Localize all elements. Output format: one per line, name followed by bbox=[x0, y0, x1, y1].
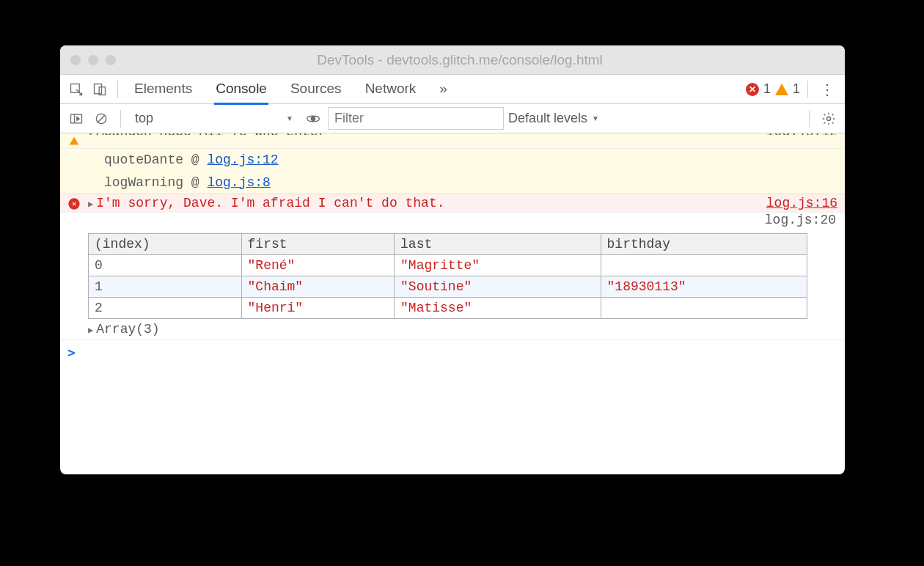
gear-icon[interactable] bbox=[818, 109, 839, 129]
tab-elements[interactable]: Elements bbox=[133, 75, 194, 104]
console-warning-entry[interactable]: ▼Abandon Hope All Ye Who Enter log.js:12 bbox=[60, 133, 845, 149]
tab-overflow[interactable]: » bbox=[438, 75, 449, 104]
separator bbox=[117, 81, 118, 98]
stack-frame: logWarning @ log.js:8 bbox=[60, 172, 845, 194]
table-header-index[interactable]: (index) bbox=[89, 234, 242, 255]
console-subbar: top Default levels bbox=[60, 104, 845, 133]
table-cell-birthday: "18930113" bbox=[601, 276, 807, 298]
table-cell-last: "Soutine" bbox=[395, 276, 601, 298]
context-selector-value: top bbox=[135, 111, 153, 126]
console-output: ▼Abandon Hope All Ye Who Enter log.js:12… bbox=[60, 133, 845, 474]
error-source-link[interactable]: log.js:16 bbox=[759, 196, 837, 210]
array-summary[interactable]: ▶Array(3) bbox=[88, 322, 837, 337]
table-source-link[interactable]: log.js:20 bbox=[60, 213, 845, 227]
console-table-entry: (index) first last birthday 0 "René" "Ma… bbox=[60, 227, 845, 340]
warning-source-link[interactable]: log.js:12 bbox=[759, 133, 837, 135]
separator bbox=[807, 81, 808, 98]
console-error-entry[interactable]: ✕ ▶I'm sorry, Dave. I'm afraid I can't d… bbox=[60, 194, 845, 213]
table-cell-index: 2 bbox=[89, 298, 242, 319]
table-cell-last: "Matisse" bbox=[395, 298, 601, 319]
expand-icon[interactable]: ▶ bbox=[88, 199, 93, 210]
panel-tabs: Elements Console Sources Network » bbox=[133, 75, 449, 104]
titlebar: DevTools - devtools.glitch.me/console/lo… bbox=[60, 45, 845, 75]
stack-fn: logWarning bbox=[104, 175, 183, 190]
sidebar-toggle-icon[interactable] bbox=[66, 109, 87, 129]
table-cell-first: "Henri" bbox=[241, 298, 395, 319]
separator bbox=[809, 110, 810, 128]
table-cell-first: "René" bbox=[241, 255, 395, 276]
stack-frame: quoteDante @ log.js:12 bbox=[60, 149, 845, 172]
table-cell-index: 0 bbox=[89, 255, 242, 276]
svg-line-6 bbox=[98, 115, 105, 122]
svg-point-7 bbox=[311, 116, 316, 121]
error-count: 1 bbox=[763, 81, 771, 97]
error-icon: ✕ bbox=[68, 199, 79, 210]
clear-console-icon[interactable] bbox=[91, 109, 111, 129]
devtools-window: DevTools - devtools.glitch.me/console/lo… bbox=[60, 45, 845, 474]
table-cell-index: 1 bbox=[89, 276, 242, 298]
device-toggle-icon[interactable] bbox=[89, 79, 110, 100]
table-header-last[interactable]: last bbox=[395, 234, 601, 255]
table-row[interactable]: 2 "Henri" "Matisse" bbox=[89, 298, 807, 319]
separator bbox=[120, 110, 121, 128]
tab-console[interactable]: Console bbox=[214, 75, 268, 105]
warning-icon bbox=[70, 136, 79, 144]
table-cell-birthday bbox=[601, 298, 807, 319]
table-header-birthday[interactable]: birthday bbox=[601, 234, 807, 255]
expand-icon[interactable]: ▶ bbox=[88, 325, 93, 336]
inspect-icon[interactable] bbox=[66, 79, 87, 100]
table-header-first[interactable]: first bbox=[241, 234, 395, 255]
warning-badge-icon bbox=[775, 84, 788, 95]
main-toolbar: Elements Console Sources Network » ✕ 1 1… bbox=[60, 75, 845, 104]
filter-input[interactable] bbox=[328, 107, 504, 130]
warning-count: 1 bbox=[793, 81, 800, 97]
tab-sources[interactable]: Sources bbox=[289, 75, 343, 104]
warning-stack: quoteDante @ log.js:12 logWarning @ log.… bbox=[60, 149, 845, 194]
table-cell-birthday bbox=[601, 255, 807, 276]
context-selector[interactable]: top bbox=[130, 109, 298, 128]
prompt-chevron-icon: > bbox=[67, 345, 76, 360]
console-table: (index) first last birthday 0 "René" "Ma… bbox=[88, 233, 807, 319]
table-cell-first: "Chaim" bbox=[241, 276, 395, 298]
expand-icon[interactable]: ▼ bbox=[88, 133, 93, 135]
log-level-selector[interactable]: Default levels bbox=[508, 111, 599, 126]
stack-link[interactable]: log.js:12 bbox=[207, 152, 278, 167]
table-row[interactable]: 1 "Chaim" "Soutine" "18930113" bbox=[89, 276, 807, 298]
stack-fn: quoteDante bbox=[104, 152, 183, 167]
warning-text: Abandon Hope All Ye Who Enter bbox=[96, 133, 326, 135]
error-badge-icon: ✕ bbox=[746, 83, 759, 96]
table-cell-last: "Magritte" bbox=[395, 255, 601, 276]
console-prompt[interactable]: > bbox=[60, 340, 845, 364]
error-text: I'm sorry, Dave. I'm afraid I can't do t… bbox=[96, 196, 444, 210]
stack-link[interactable]: log.js:8 bbox=[207, 175, 270, 190]
table-row[interactable]: 0 "René" "Magritte" bbox=[89, 255, 807, 276]
status-badges[interactable]: ✕ 1 1 bbox=[746, 81, 800, 97]
window-title: DevTools - devtools.glitch.me/console/lo… bbox=[85, 52, 835, 68]
log-level-value: Default levels bbox=[508, 111, 587, 126]
close-icon[interactable] bbox=[70, 55, 81, 65]
svg-point-8 bbox=[827, 117, 831, 120]
svg-rect-1 bbox=[95, 84, 102, 93]
kebab-menu-icon[interactable]: ⋮ bbox=[815, 81, 839, 98]
live-expression-icon[interactable] bbox=[303, 109, 323, 129]
tab-network[interactable]: Network bbox=[364, 75, 418, 104]
